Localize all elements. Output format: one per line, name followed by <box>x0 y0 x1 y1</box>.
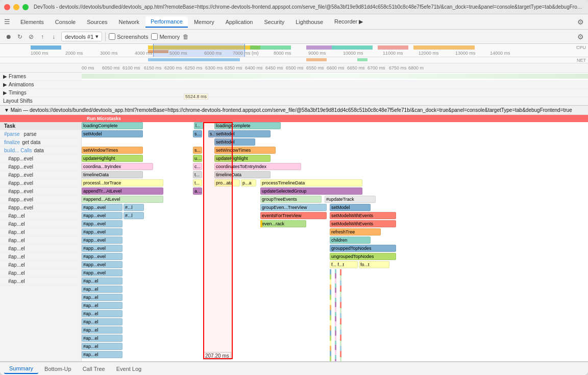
flame-appevel-14[interactable]: #ap...el <box>82 310 122 317</box>
memory-checkbox[interactable] <box>151 33 158 40</box>
flame-setWindowTimes-2[interactable]: setWindowTimes <box>214 147 276 154</box>
tab-console[interactable]: Console <box>50 17 81 27</box>
flame-coordinates-2[interactable]: coordinatesToEntryIndex <box>214 163 301 170</box>
screenshots-checkbox[interactable] <box>109 33 115 40</box>
flame-l1[interactable]: l... <box>194 122 203 129</box>
flame-pa[interactable]: p...a <box>241 179 256 186</box>
flame-appevel-16[interactable]: #ap...el <box>82 326 122 334</box>
maximize-button[interactable] <box>22 4 29 10</box>
flame-appevel-19[interactable]: #ap...el <box>82 351 122 358</box>
flame-appendTr[interactable]: appendTr...AtLevel <box>82 188 163 195</box>
download-icon[interactable]: ↓ <box>49 32 58 41</box>
tab-memory[interactable]: Memory <box>189 17 219 27</box>
flame-processTL-2[interactable]: processTimelineData <box>260 179 362 186</box>
flame-setModel-2[interactable]: setModel <box>214 130 271 137</box>
tab-bottom-up[interactable]: Bottom-Up <box>39 364 77 373</box>
flame-proata[interactable]: pro...ata <box>214 179 240 186</box>
tab-performance[interactable]: Performance <box>145 16 188 28</box>
flame-appevel-4[interactable]: #app...evel <box>82 228 122 236</box>
flame-appevel-12[interactable]: #ap...el <box>82 294 122 301</box>
overview-bar-green <box>250 45 291 50</box>
flame-appevel-2[interactable]: #app...evel <box>82 212 122 219</box>
flame-s2[interactable]: s... <box>193 147 202 154</box>
tab-security[interactable]: Security <box>259 17 289 27</box>
flame-u1[interactable]: u... <box>193 155 202 162</box>
flame-loadingComplete-1[interactable]: loadingComplete <box>82 122 143 129</box>
minimize-button[interactable] <box>13 4 19 10</box>
flame-appevel-7[interactable]: #app...evel <box>82 253 122 260</box>
clear-icon[interactable]: ⊘ <box>27 32 36 41</box>
sidebar-toggle-icon[interactable]: ☰ <box>4 18 10 26</box>
flame-c1[interactable]: c... <box>193 163 202 170</box>
flame-grouppedTopNodes[interactable]: grouppedTopNodes <box>330 245 396 252</box>
flame-appevel-18[interactable]: #ap...el <box>82 343 122 350</box>
flame-t1[interactable]: t... <box>193 171 202 178</box>
tab-application[interactable]: Application <box>220 17 258 27</box>
flame-updateHighlight-1[interactable]: updateHighlight <box>82 155 143 162</box>
flame-setModel-ev[interactable]: setModel <box>330 204 371 211</box>
flame-a1[interactable]: a... <box>193 188 202 195</box>
flame-updateHighlight-2[interactable]: updateHighlight <box>214 155 271 162</box>
flame-loadingComplete-2[interactable]: loadingComplete <box>214 122 281 129</box>
flame-evenrack[interactable]: even...rack <box>260 220 306 227</box>
flame-timelineData-2[interactable]: timelineData <box>214 171 271 178</box>
tab-call-tree[interactable]: Call Tree <box>78 364 110 373</box>
reload-icon[interactable]: ↻ <box>15 32 24 41</box>
layout-shifts-label: Layout Shifts <box>0 98 82 104</box>
screenshots-checkbox-label[interactable]: Screenshots <box>109 33 148 40</box>
flame-appevel-17[interactable]: #ap...el <box>82 335 122 342</box>
flame-ft[interactable]: f... f...t <box>330 261 358 268</box>
gear-icon[interactable]: ⚙ <box>577 18 584 26</box>
flame-children[interactable]: children <box>330 237 371 244</box>
flame-groupEven[interactable]: groupEven...TreeView <box>260 204 327 211</box>
flame-appevel-9[interactable]: #app...evel <box>82 269 122 276</box>
flame-appevel-13[interactable]: #ap...el <box>82 302 122 309</box>
tab-summary[interactable]: Summary <box>4 364 38 374</box>
tab-recorder[interactable]: Recorder ▶ <box>329 16 368 27</box>
tab-elements[interactable]: Elements <box>15 17 49 27</box>
sidebar-app-row-15: #ap...el <box>0 269 81 277</box>
flame-appevel-10[interactable]: #ap...el <box>82 277 122 285</box>
flame-se1[interactable]: se...l <box>193 130 202 137</box>
flame-groupTreeEvents[interactable]: groupTreeEvents <box>260 196 322 203</box>
flame-hash-2[interactable]: #...l <box>124 212 144 219</box>
flame-updateTrack[interactable]: #updateTrack <box>325 196 376 203</box>
upload-icon[interactable]: ↑ <box>38 32 47 41</box>
flame-timelineData-1[interactable]: timelineData <box>82 171 143 178</box>
record-icon[interactable]: ⏺ <box>4 32 13 41</box>
flame-appevel-6[interactable]: #app...evel <box>82 245 122 252</box>
flame-canvas[interactable]: loadingComplete l... loadingComplete set… <box>82 122 588 361</box>
memory-checkbox-label[interactable]: Memory <box>151 33 180 40</box>
flame-processTL-1[interactable]: processl...torTrace <box>82 179 163 186</box>
flame-setModelWithEvents-2[interactable]: setModelWithEvents <box>330 220 396 227</box>
close-button[interactable] <box>4 4 10 10</box>
flame-refreshTree[interactable]: refreshTree <box>330 228 381 236</box>
flame-setModel-1[interactable]: setModel <box>82 130 143 137</box>
tab-lighthouse[interactable]: Lighthouse <box>290 17 328 27</box>
flame-appevel-5[interactable]: #app...evel <box>82 237 122 244</box>
flame-s1[interactable]: s... <box>208 130 214 137</box>
flame-appevel-15[interactable]: #ap...el <box>82 318 122 325</box>
tab-sources[interactable]: Sources <box>82 17 112 27</box>
time-label-2000: 2000 ms <box>65 51 83 56</box>
flame-hash-1[interactable]: #...l <box>124 204 144 211</box>
flame-appevel-11[interactable]: #ap...el <box>82 286 122 293</box>
flame-fot[interactable]: fo...t <box>359 261 389 268</box>
flame-appevel-1[interactable]: #app...evel <box>82 204 122 211</box>
flame-setWindowTimes-1[interactable]: setWindowTimes <box>82 147 143 154</box>
trash-icon[interactable]: 🗑 <box>183 33 189 40</box>
flame-updateSelectedGroup[interactable]: updateSelectedGroup <box>260 188 362 195</box>
flame-setModel-3[interactable]: setModel <box>214 138 255 146</box>
flame-appevel-8[interactable]: #app...evel <box>82 261 122 268</box>
flame-appevel-3[interactable]: #app...evel <box>82 220 122 227</box>
flame-appendAtLevel[interactable]: #append...AtLevel <box>82 196 163 203</box>
settings-icon[interactable]: ⚙ <box>577 33 584 41</box>
flame-ungroupedTopNodes[interactable]: ungroupedTopNodes <box>330 253 396 260</box>
tab-event-log[interactable]: Event Log <box>111 364 147 373</box>
flame-setModelWithEvents-1[interactable]: setModelWithEvents <box>330 212 396 219</box>
tab-network[interactable]: Network <box>114 17 144 27</box>
flame-coordinates-1[interactable]: coordina...tryIndex <box>82 163 153 170</box>
device-dropdown[interactable]: devtools #1 ▾ <box>61 32 102 41</box>
flame-eventsForTree[interactable]: eventsForTreeView <box>260 212 327 219</box>
flame-t2[interactable]: t... <box>193 179 202 186</box>
